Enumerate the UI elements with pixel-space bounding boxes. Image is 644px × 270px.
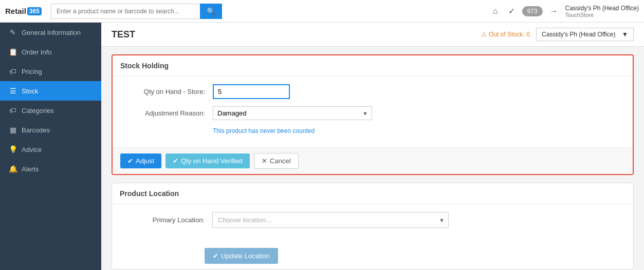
search-input[interactable] bbox=[51, 4, 200, 19]
forward-button[interactable]: → bbox=[547, 5, 561, 18]
sidebar-item-label: Barcodes bbox=[22, 126, 50, 134]
home-button[interactable]: ⌂ bbox=[490, 5, 501, 18]
product-location-card: Product Location Primary Location: Choos… bbox=[112, 183, 634, 269]
sidebar: ✎ General Information 📋 Order Info 🏷 Pri… bbox=[0, 23, 101, 270]
stock-holding-header: Stock Holding bbox=[113, 55, 633, 76]
pricing-icon: 🏷 bbox=[8, 67, 17, 75]
adjustment-row: Adjustment Reason: DamagedTheftOtherCorr… bbox=[120, 106, 625, 120]
sidebar-item-label: Pricing bbox=[22, 68, 42, 75]
primary-location-label: Primary Location: bbox=[120, 216, 212, 224]
sidebar-item-stock[interactable]: ☰ Stock bbox=[0, 81, 101, 101]
out-of-stock: ⚠ Out of Stock: 0 bbox=[481, 31, 530, 38]
sidebar-item-label: Order Info bbox=[22, 48, 52, 56]
user-sub: TouchStore bbox=[565, 12, 639, 18]
content-area: TEST ⚠ Out of Stock: 0 Cassidy's Ph (Hea… bbox=[101, 23, 644, 270]
sidebar-item-order-info[interactable]: 📋 Order Info bbox=[0, 42, 101, 62]
warning-icon: ⚠ bbox=[481, 31, 487, 38]
logo-retail-text: Retail bbox=[5, 7, 26, 15]
product-location-body: Primary Location: Choose location... ▼ bbox=[112, 204, 633, 243]
stock-holding-footer: ✔ Adjust ✔ Qty on Hand Verified ✕ Cancel bbox=[113, 147, 633, 174]
advice-icon: 💡 bbox=[8, 145, 17, 153]
alerts-icon: 🔔 bbox=[8, 165, 17, 173]
times-icon: ✕ bbox=[262, 157, 267, 165]
sidebar-item-label: Categories bbox=[22, 107, 54, 114]
sidebar-item-pricing[interactable]: 🏷 Pricing bbox=[0, 62, 101, 81]
search-button[interactable]: 🔍 bbox=[200, 4, 222, 19]
page-title: TEST bbox=[112, 29, 135, 40]
qty-label: Qty on Hand - Store: bbox=[120, 88, 213, 95]
stock-icon: ☰ bbox=[8, 87, 17, 95]
adjust-button-label: Adjust bbox=[136, 157, 154, 165]
qty-verified-button[interactable]: ✔ Qty on Hand Verified bbox=[165, 153, 250, 168]
location-select[interactable]: Choose location... bbox=[212, 212, 449, 228]
user-info: Cassidy's Ph (Head Office) TouchStore bbox=[565, 5, 639, 18]
page-header-right: ⚠ Out of Stock: 0 Cassidy's Ph (Head Off… bbox=[481, 28, 634, 41]
qty-input[interactable] bbox=[213, 84, 290, 99]
app-logo: Retail 365 bbox=[5, 7, 42, 15]
stock-holding-card: Stock Holding Qty on Hand - Store: Adjus… bbox=[112, 54, 634, 175]
location-dropdown-text: Cassidy's Ph (Head Office) bbox=[542, 31, 615, 38]
user-name: Cassidy's Ph (Head Office) bbox=[565, 5, 639, 12]
check-icon: ✔ bbox=[213, 252, 218, 260]
order-icon: 📋 bbox=[8, 48, 17, 56]
search-bar: 🔍 bbox=[51, 4, 226, 19]
out-of-stock-value: 0 bbox=[526, 31, 530, 38]
circle-check-icon: ✔ bbox=[173, 157, 178, 165]
badge-counter[interactable]: 973 bbox=[522, 6, 543, 16]
update-location-label: Update Location bbox=[221, 252, 270, 260]
sidebar-item-label: Advice bbox=[22, 146, 42, 153]
product-location-header: Product Location bbox=[112, 183, 633, 204]
check-button[interactable]: ✓ bbox=[505, 4, 518, 18]
location-select-wrap: Choose location... ▼ bbox=[212, 212, 449, 228]
edit-icon: ✎ bbox=[8, 28, 17, 36]
check-icon: ✔ bbox=[127, 157, 133, 165]
adjustment-label: Adjustment Reason: bbox=[120, 109, 213, 117]
adjustment-select-wrap: DamagedTheftOtherCorrection ▼ bbox=[213, 106, 372, 120]
topnav-right: ⌂ ✓ 973 → Cassidy's Ph (Head Office) Tou… bbox=[490, 4, 639, 18]
adjustment-select[interactable]: DamagedTheftOtherCorrection bbox=[213, 106, 372, 120]
qty-verified-label: Qty on Hand Verified bbox=[181, 157, 243, 165]
sidebar-item-alerts[interactable]: 🔔 Alerts bbox=[0, 159, 101, 179]
logo-365-badge: 365 bbox=[27, 7, 42, 15]
primary-location-row: Primary Location: Choose location... ▼ bbox=[120, 212, 625, 228]
update-location-button[interactable]: ✔ Update Location bbox=[205, 248, 278, 264]
out-of-stock-label: Out of Stock: bbox=[489, 31, 524, 38]
cancel-label: Cancel bbox=[270, 157, 290, 165]
sidebar-item-label: Alerts bbox=[22, 165, 39, 173]
adjust-button[interactable]: ✔ Adjust bbox=[120, 153, 161, 168]
sidebar-item-general-information[interactable]: ✎ General Information bbox=[0, 23, 101, 42]
location-dropdown[interactable]: Cassidy's Ph (Head Office) ▼ bbox=[536, 28, 634, 41]
qty-row: Qty on Hand - Store: bbox=[120, 84, 625, 99]
sidebar-item-label: General Information bbox=[22, 29, 81, 36]
barcodes-icon: ▦ bbox=[8, 126, 17, 134]
sidebar-item-barcodes[interactable]: ▦ Barcodes bbox=[0, 120, 101, 140]
categories-icon: 🏷 bbox=[8, 106, 17, 114]
sidebar-item-advice[interactable]: 💡 Advice bbox=[0, 140, 101, 159]
chevron-down-icon: ▼ bbox=[622, 31, 628, 38]
never-counted-message: This product has never been counted bbox=[213, 127, 625, 134]
sidebar-item-label: Stock bbox=[22, 87, 39, 95]
main-layout: ✎ General Information 📋 Order Info 🏷 Pri… bbox=[0, 23, 644, 270]
page-header: TEST ⚠ Out of Stock: 0 Cassidy's Ph (Hea… bbox=[101, 23, 644, 47]
stock-holding-body: Qty on Hand - Store: Adjustment Reason: … bbox=[113, 76, 633, 147]
sidebar-item-categories[interactable]: 🏷 Categories bbox=[0, 101, 101, 120]
cancel-button[interactable]: ✕ Cancel bbox=[254, 153, 298, 169]
top-navigation: Retail 365 🔍 ⌂ ✓ 973 → Cassidy's Ph (Hea… bbox=[0, 0, 644, 23]
